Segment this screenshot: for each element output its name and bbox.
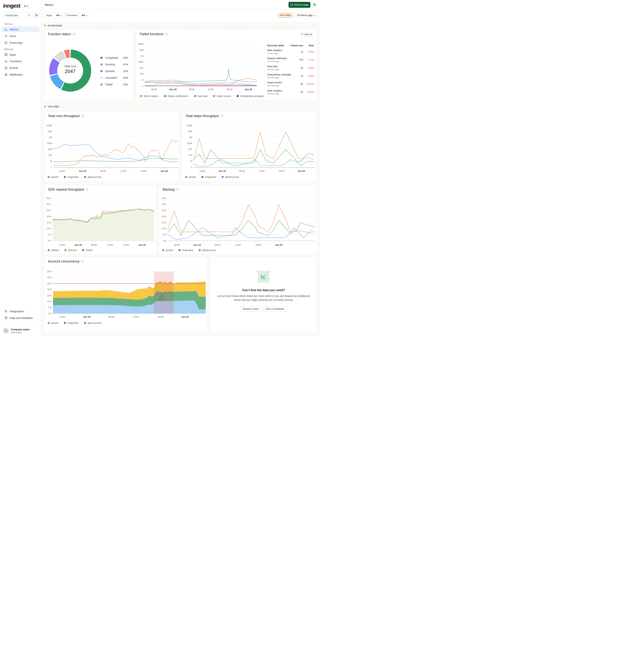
cant-find-title: Can’t find the data you need? <box>242 288 285 292</box>
functions-filter[interactable]: Functions All <box>64 12 90 18</box>
command-k-label: ⌘ K <box>24 5 28 8</box>
legend-dot <box>48 322 49 324</box>
cell-rate: 0.3% <box>303 67 314 69</box>
cell-failed-runs: 700 <box>289 58 303 61</box>
y-tick-label: 5 K <box>48 233 51 236</box>
line-chart-icon <box>261 274 266 280</box>
refresh-page-button[interactable]: Refresh page <box>289 2 310 8</box>
sidebar-item-help-and-feedback[interactable]: Help and feedback <box>1 315 40 321</box>
legend-dot <box>48 249 49 251</box>
chevron-down-icon <box>86 15 88 16</box>
legend-item: inngestbot <box>178 249 193 252</box>
sidebar-item-label: Help and feedback <box>10 316 33 319</box>
legend-item: growth <box>48 321 58 324</box>
y-tick-label: 10K <box>188 148 192 151</box>
x-tick-label: Jun 20 <box>160 170 168 172</box>
x-tick-label: 18:00 <box>123 244 129 246</box>
status-legend-row: Cancelled10% <box>100 74 128 81</box>
status-label: Running <box>105 63 115 66</box>
legend-label: growth <box>51 176 58 178</box>
y-tick-label: 100 <box>48 154 52 157</box>
x-tick-label: 18:00 <box>59 244 65 246</box>
status-percent: 15% <box>123 70 128 73</box>
cell-function: Stripe invoice25 mins ago <box>267 81 289 87</box>
path <box>28 14 29 15</box>
cell-rate: 0.1% <box>303 58 314 61</box>
table-row[interactable]: Web Analytics35 mins ago501.67% <box>267 88 314 96</box>
path <box>291 4 293 6</box>
series-line-github-pr-bot <box>193 159 314 167</box>
request-charts-button[interactable]: Request charts <box>240 306 261 312</box>
legend-item: growth <box>48 176 58 178</box>
sidebar-item-functions[interactable]: Functions <box>1 58 40 64</box>
table-row[interactable]: Stripe invoice25 mins ago600.07% <box>267 80 314 88</box>
command-k-shortcut[interactable]: ⌘ K <box>22 4 30 8</box>
sidebar-item-runs[interactable]: Runs <box>1 33 40 39</box>
legend-label: Deploy notifications <box>168 95 189 97</box>
sidebar-item-apps[interactable]: Apps <box>1 52 40 57</box>
sidebar-item-event-logs[interactable]: Event logs <box>1 40 40 46</box>
legend-item: Deploy notifications <box>164 95 189 97</box>
legend-label: Queued <box>68 249 76 252</box>
path <box>86 15 87 16</box>
sidebar-item-events[interactable]: Events <box>1 65 40 71</box>
legend-label: growth <box>189 176 196 178</box>
x-tick-label: 18:00 <box>200 170 205 172</box>
failed-time-ago: 25 mins ago <box>267 84 289 87</box>
function-status-card: Function status ? Total runs 2047 Comple… <box>44 29 133 101</box>
apps-filter[interactable]: Apps All <box>44 12 64 18</box>
y-tick-label: 15 K <box>46 221 51 224</box>
sidebar-item-label: Functions <box>10 60 22 63</box>
table-row[interactable]: Deploy notification10 mins ago7000.1% <box>267 56 314 64</box>
x-tick-label: Jun 19 <box>79 170 86 172</box>
time-range-select[interactable]: 24 hours ago <box>295 12 318 18</box>
legend-dot <box>100 83 103 86</box>
sidebar-item-integrations[interactable]: Integrations <box>1 309 40 314</box>
chart-icon-illustration <box>258 271 269 283</box>
svg <box>4 34 8 38</box>
cell-rate: 0.07% <box>303 83 314 85</box>
table-row[interactable]: New lead20 mins ago400.3% <box>267 64 314 72</box>
x-tick-label: 18:00 <box>151 88 157 91</box>
legend-label: Web Analytics <box>143 95 158 97</box>
legend-item: Ended <box>82 249 92 252</box>
give-feedback-button[interactable]: Give us feedback <box>263 306 287 312</box>
y-tick-label: 25 K <box>47 282 52 285</box>
settings-button[interactable] <box>312 2 317 8</box>
account-concurrency-legend: growthinngestbotgithub-pr-bot <box>48 321 101 324</box>
legend-dot <box>100 70 103 72</box>
x-tick-label: Jun 20 <box>275 244 282 246</box>
apps-filter-value-group: All <box>54 13 64 18</box>
environment-filter-button[interactable] <box>34 12 40 18</box>
section-volume[interactable]: VOLUME <box>44 105 317 109</box>
table-row[interactable]: Onboarding campaign22 mins ago100.5% <box>267 72 314 80</box>
total-steps-chart: 11010010K100K1M10M100M18:00Jun 1906:0012… <box>182 112 317 182</box>
circle <box>6 53 7 54</box>
legend-label: github-pr-bot <box>202 249 216 252</box>
avatar: CN <box>3 328 9 334</box>
environment-value: Production <box>5 14 18 17</box>
sidebar-item-webhooks[interactable]: Webhooks <box>1 72 40 77</box>
user-menu[interactable]: CN Company name User name <box>3 328 29 334</box>
path <box>7 44 7 44</box>
total-runs-chart: 11010010K100K1M10M100M18:00Jun 1906:0012… <box>44 112 179 182</box>
section-overview[interactable]: OVERVIEW <box>44 24 317 28</box>
y-tick-label: 10M <box>188 130 192 133</box>
path <box>6 55 7 56</box>
environment-select[interactable]: Production <box>3 12 32 18</box>
legend-label: github-pr-bot <box>88 176 101 178</box>
cell-function: Onboarding campaign22 mins ago <box>267 73 289 79</box>
legend-dot <box>48 176 49 178</box>
y-tick-label: 30 K <box>47 276 52 279</box>
function-name: Web Analytics <box>267 89 289 92</box>
x-tick-label: Jun 20 <box>138 244 146 246</box>
function-name: Stripe invoice <box>267 81 289 84</box>
series-area-ended <box>53 209 155 241</box>
failed-functions-card: Failed functions ? View all 11010010K100… <box>136 29 317 101</box>
table-row[interactable]: Web Analytics5 mins ago100.5% <box>267 48 314 56</box>
sidebar-item-metrics[interactable]: Metrics <box>1 27 40 32</box>
y-tick-label: 30 K <box>162 203 167 205</box>
svg <box>28 14 30 17</box>
status-legend-row: Completed24% <box>100 55 128 61</box>
svg <box>4 28 8 31</box>
